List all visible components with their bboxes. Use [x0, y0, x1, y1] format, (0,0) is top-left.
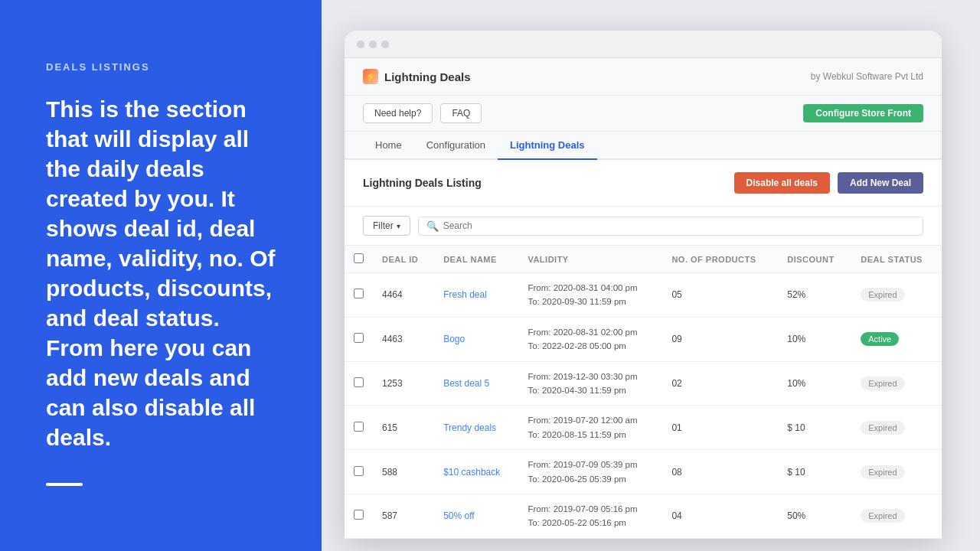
disable-all-deals-button[interactable]: Disable all deals [734, 172, 830, 194]
row-checkbox[interactable] [354, 333, 364, 343]
deal-id-cell: 1253 [373, 361, 434, 406]
tab-configuration[interactable]: Configuration [414, 132, 498, 160]
row-checkbox-cell [345, 361, 373, 406]
lightning-icon: ⚡ [365, 71, 377, 82]
table-row: 1253 Best deal 5 From: 2019-12-30 03:30 … [345, 361, 942, 406]
status-badge: Expired [861, 465, 904, 479]
configure-storefront-button[interactable]: Configure Store Front [803, 104, 923, 122]
products-cell: 04 [662, 494, 778, 538]
header-checkbox-col [345, 246, 373, 273]
status-cell: Expired [851, 494, 942, 538]
deal-id-cell: 615 [373, 406, 434, 450]
table-row: 615 Trendy deals From: 2019-07-20 12:00 … [345, 406, 942, 450]
chevron-down-icon: ▾ [397, 222, 400, 230]
discount-cell: $ 10 [778, 450, 851, 494]
row-checkbox[interactable] [354, 510, 364, 520]
deal-name-cell[interactable]: 50% off [434, 494, 518, 538]
search-box: 🔍 [418, 217, 923, 236]
table-header-row: DEAL ID DEAL NAME VALIDITY NO. OF PRODUC… [345, 246, 942, 273]
need-help-button[interactable]: Need help? [363, 103, 433, 123]
filter-button[interactable]: Filter ▾ [363, 216, 410, 236]
products-cell: 09 [662, 317, 778, 361]
deals-listing-title: Lightning Deals Listing [363, 177, 482, 189]
toolbar: Need help? FAQ Configure Store Front [345, 96, 942, 132]
status-cell: Expired [851, 450, 942, 494]
validity-cell: From: 2019-07-09 05:39 pmTo: 2020-06-25 … [518, 450, 662, 494]
validity-cell: From: 2019-07-09 05:16 pmTo: 2020-05-22 … [518, 494, 662, 538]
deal-name-cell[interactable]: $10 cashback [434, 450, 518, 494]
discount-cell: 10% [778, 317, 851, 361]
discount-cell: $ 10 [778, 406, 851, 450]
deals-header: Lightning Deals Listing Disable all deal… [345, 160, 942, 207]
status-badge: Expired [861, 509, 904, 523]
table-row: 588 $10 cashback From: 2019-07-09 05:39 … [345, 450, 942, 494]
deal-name-cell[interactable]: Fresh deal [434, 273, 518, 318]
row-checkbox-cell [345, 494, 373, 538]
status-badge: Expired [861, 421, 904, 435]
tab-home[interactable]: Home [363, 132, 414, 160]
add-new-deal-button[interactable]: Add New Deal [838, 172, 923, 194]
description: This is the section that will display al… [46, 94, 276, 452]
row-checkbox[interactable] [354, 422, 364, 432]
search-icon: 🔍 [426, 220, 439, 232]
status-badge: Expired [861, 377, 904, 390]
discount-cell: 52% [778, 273, 851, 318]
section-label: DEALS LISTINGS [46, 61, 276, 73]
browser-dot-2 [369, 41, 377, 48]
col-discount: DISCOUNT [778, 246, 851, 273]
col-num-products: NO. OF PRODUCTS [662, 246, 778, 273]
status-badge: Active [861, 332, 899, 346]
faq-button[interactable]: FAQ [440, 103, 482, 123]
select-all-checkbox[interactable] [354, 253, 364, 263]
app-content: ⚡ Lightning Deals by Webkul Software Pvt… [345, 58, 942, 539]
products-cell: 01 [662, 406, 778, 450]
validity-cell: From: 2020-08-31 04:00 pmTo: 2020-09-30 … [518, 273, 662, 318]
app-title-area: ⚡ Lightning Deals [363, 69, 471, 84]
row-checkbox-cell [345, 450, 373, 494]
browser-dot-3 [381, 41, 389, 48]
row-checkbox[interactable] [354, 289, 364, 298]
products-cell: 05 [662, 273, 778, 318]
app-header: ⚡ Lightning Deals by Webkul Software Pvt… [345, 58, 942, 96]
status-cell: Active [851, 317, 942, 361]
row-checkbox-cell [345, 406, 373, 450]
col-validity: VALIDITY [518, 246, 662, 273]
tab-lightning-deals[interactable]: Lightning Deals [498, 132, 597, 160]
col-deal-status: DEAL STATUS [851, 246, 942, 273]
deal-name-cell[interactable]: Trendy deals [434, 406, 518, 450]
col-deal-name: DEAL NAME [434, 246, 518, 273]
row-checkbox[interactable] [354, 377, 364, 387]
row-checkbox-cell [345, 273, 373, 318]
products-cell: 02 [662, 361, 778, 406]
browser-dot-1 [357, 41, 364, 48]
table-row: 587 50% off From: 2019-07-09 05:16 pmTo:… [345, 494, 942, 538]
deal-id-cell: 587 [373, 494, 434, 538]
row-checkbox-cell [345, 317, 373, 361]
left-panel: DEALS LISTINGS This is the section that … [0, 0, 322, 551]
discount-cell: 50% [778, 494, 851, 538]
status-cell: Expired [851, 273, 942, 318]
status-badge: Expired [861, 288, 904, 302]
by-text: by Webkul Software Pvt Ltd [811, 71, 923, 82]
deal-id-cell: 4463 [373, 317, 434, 361]
status-cell: Expired [851, 406, 942, 450]
validity-cell: From: 2019-07-20 12:00 amTo: 2020-08-15 … [518, 406, 662, 450]
filter-label: Filter [373, 220, 394, 231]
deal-name-cell[interactable]: Best deal 5 [434, 361, 518, 406]
deal-name-cell[interactable]: Bogo [434, 317, 518, 361]
deal-id-cell: 588 [373, 450, 434, 494]
row-checkbox[interactable] [354, 466, 364, 476]
validity-cell: From: 2020-08-31 02:00 pmTo: 2022-02-28 … [518, 317, 662, 361]
header-actions: Disable all deals Add New Deal [734, 172, 923, 194]
filter-bar: Filter ▾ 🔍 [345, 207, 942, 246]
products-cell: 08 [662, 450, 778, 494]
table-row: 4464 Fresh deal From: 2020-08-31 04:00 p… [345, 273, 942, 318]
app-title-text: Lightning Deals [384, 70, 471, 83]
app-logo: ⚡ [363, 69, 378, 84]
deals-table: DEAL ID DEAL NAME VALIDITY NO. OF PRODUC… [345, 246, 942, 539]
search-input[interactable] [443, 220, 915, 231]
divider [46, 483, 83, 486]
browser-bar [345, 31, 942, 58]
col-deal-id: DEAL ID [373, 246, 434, 273]
status-cell: Expired [851, 361, 942, 406]
